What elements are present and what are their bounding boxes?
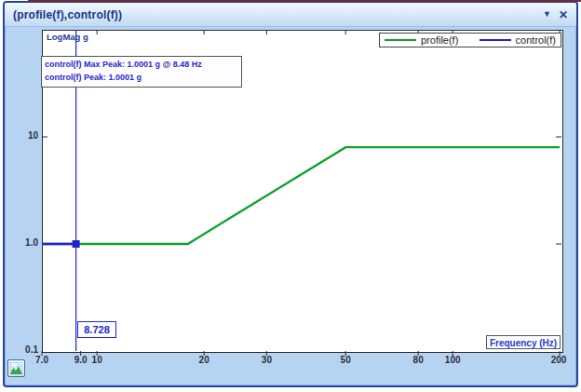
- x-axis-title-label: Frequency (Hz): [486, 335, 561, 349]
- x-tick-label: 50: [330, 355, 361, 365]
- window-titlebar: (profile(f),control(f)) ▼ ✕: [5, 3, 576, 27]
- legend: profile(f) control(f): [379, 33, 561, 47]
- cursor-frequency-readout[interactable]: 8.728: [77, 321, 116, 338]
- x-tick-label: 10: [81, 355, 113, 365]
- x-tick-label: 100: [437, 355, 468, 365]
- plot-window: (profile(f),control(f)) ▼ ✕ LogMag g pro…: [3, 1, 578, 387]
- x-tick-label: 30: [250, 355, 282, 365]
- y-axis-unit-label: LogMag g: [47, 32, 88, 42]
- legend-label-profile: profile(f): [421, 34, 458, 46]
- x-tick-label: 80: [402, 355, 434, 365]
- peak-info-box: control(f) Max Peak: 1.0001 g @ 8.48 Hz …: [41, 56, 242, 88]
- x-tick-label: 200: [543, 355, 574, 365]
- top-accent-line: [28, 0, 581, 2]
- y-tick-label: 1.0: [5, 237, 38, 248]
- trace-profilef: [42, 147, 560, 244]
- peak-text: control(f) Peak: 1.0001 g: [45, 72, 238, 85]
- control-line-swatch-icon: [480, 39, 511, 41]
- window-dropdown-icon[interactable]: ▼: [543, 10, 551, 19]
- legend-label-control: control(f): [516, 34, 556, 46]
- x-tick-label: 20: [188, 355, 220, 365]
- chart-thumbnail-icon: [10, 362, 22, 374]
- legend-item-profile: profile(f): [385, 34, 458, 46]
- y-tick-label: 10: [5, 130, 38, 141]
- window-title: (profile(f),control(f)): [13, 8, 535, 21]
- plot-content: LogMag g profile(f) control(f) control(f…: [5, 27, 576, 385]
- x-tick-label: 7.0: [26, 355, 58, 365]
- y-tick-label: 0.1: [5, 345, 38, 355]
- cursor-marker[interactable]: [73, 240, 80, 248]
- legend-item-control: control(f): [480, 34, 556, 46]
- thumbnail-view-button[interactable]: [7, 359, 25, 377]
- profile-line-swatch-icon: [385, 39, 416, 41]
- window-close-icon[interactable]: ✕: [559, 9, 568, 20]
- max-peak-text: control(f) Max Peak: 1.0001 g @ 8.48 Hz: [45, 59, 238, 72]
